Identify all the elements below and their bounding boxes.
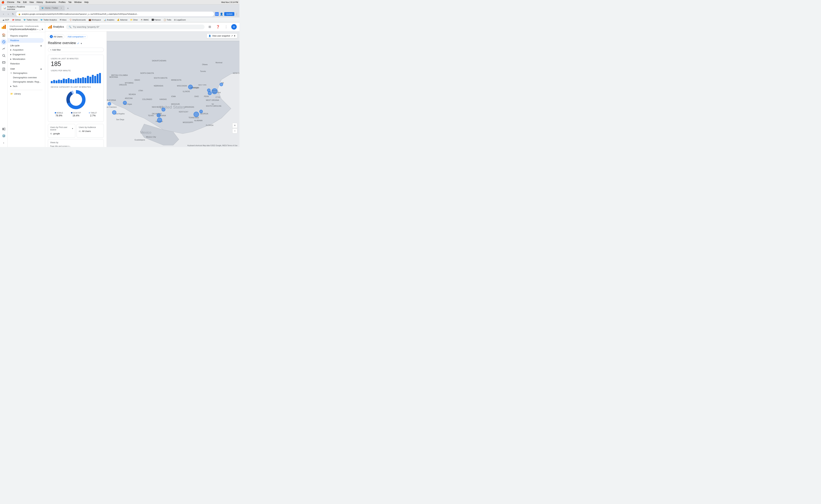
menu-chrome[interactable]: Chrome — [7, 1, 14, 3]
menu-history[interactable]: History — [37, 1, 43, 3]
rail-home-icon[interactable]: 🏠 — [1, 32, 7, 38]
bm-twitter-analytics[interactable]: 🐦Twitter Analytics — [39, 18, 58, 21]
rail-settings-icon[interactable]: ⚙️ — [1, 133, 7, 139]
analytics-logo — [1, 24, 7, 30]
svg-rect-0 — [2, 27, 3, 29]
rail-realtime-icon[interactable] — [1, 39, 7, 45]
demographic-details-label: Demographic details: Regi... — [13, 80, 41, 83]
menu-window[interactable]: Window — [74, 1, 82, 3]
map-zoom-out-button[interactable]: − — [232, 128, 238, 133]
title-dropdown-icon[interactable]: ▾ — [81, 42, 82, 45]
search-placeholder: Try searching "property ID" — [73, 26, 99, 28]
lifecycle-header[interactable]: Life cycle ▲ — [8, 43, 45, 48]
overview-panel: A All Users Add comparison + Realtime ov… — [45, 31, 107, 147]
rail-advertising-icon[interactable] — [1, 59, 7, 65]
mobile-dot-icon — [55, 112, 56, 113]
chrome-menu-icon[interactable]: ⋮ — [235, 12, 238, 16]
apps-icon-button[interactable]: ⊞ — [207, 24, 213, 30]
sidebar-item-realtime[interactable]: Realtime — [8, 38, 44, 43]
menu-bookmarks[interactable]: Bookmarks — [46, 1, 56, 3]
breadcrumb-part1: UmpScorecards — [10, 25, 23, 27]
property-selector[interactable]: UmpScorecardsAnalytics – ... ▾ — [10, 28, 43, 31]
bm-adsense[interactable]: 💰Adsense — [116, 18, 128, 21]
library-folder-icon: 📁 — [10, 92, 13, 95]
menu-view[interactable]: View — [29, 1, 34, 3]
svg-point-79 — [188, 85, 192, 89]
menu-profiles[interactable]: Profiles — [59, 1, 65, 3]
user-avatar[interactable]: M — [231, 24, 237, 30]
apple-logo-icon[interactable]: 🍎 — [1, 1, 4, 4]
menu-edit[interactable]: Edit — [23, 1, 27, 3]
all-users-chip[interactable]: A All Users — [48, 34, 64, 39]
tab-twitter[interactable]: 🐦 Home / Twitter × — [39, 5, 65, 11]
map-zoom-in-button[interactable]: + — [232, 123, 238, 128]
views-card-header[interactable]: Views by — [50, 141, 102, 144]
rail-collapse-icon[interactable]: ‹ — [1, 140, 7, 146]
svg-point-87 — [220, 83, 223, 86]
ga-logo: Analytics — [48, 25, 64, 29]
rail-lifecycle-icon[interactable] — [1, 46, 7, 52]
desktop-dot-icon — [71, 112, 72, 113]
bm-analytics[interactable]: 📊Analytics — [103, 18, 115, 21]
bm-twitter-home[interactable]: 🐦Twitter Home — [22, 18, 39, 21]
property-dropdown-icon: ▾ — [42, 28, 43, 31]
bm-bmac[interactable]: ☕BMAC — [139, 18, 150, 21]
back-button[interactable]: ‹ — [1, 12, 5, 16]
profile-icon[interactable]: 👤 — [220, 12, 223, 16]
user-collapse-icon[interactable]: ▲ — [40, 67, 42, 70]
sidebar-sub-demographics-overview[interactable]: Demographics overview — [8, 75, 45, 80]
sidebar-sub-demographic-details[interactable]: Demographic details: Regi... — [8, 80, 45, 84]
bar-chart-bar — [94, 76, 96, 83]
sidebar-item-reports-snapshot[interactable]: Reports snapshot — [8, 33, 44, 38]
bm-workspace[interactable]: 💼Workspace — [88, 18, 102, 21]
bm-trello[interactable]: 📋Trello — [162, 18, 172, 21]
sidebar-item-acquisition[interactable]: ▶ Acquisition — [8, 48, 44, 52]
audience-card-header[interactable]: Users by Audience — [79, 126, 102, 129]
rail-reports-icon[interactable] — [1, 66, 7, 72]
menu-tab[interactable]: Tab — [68, 1, 71, 3]
sidebar-item-library[interactable]: 📁 Library — [8, 91, 44, 96]
bm-legalzoom[interactable]: ⚖LegalZoom — [173, 18, 187, 21]
svg-text:WISCONSIN: WISCONSIN — [177, 85, 187, 87]
rail-library-icon[interactable] — [1, 126, 7, 132]
sidebar-item-retention[interactable]: Retention — [8, 61, 44, 66]
rail-explore-icon[interactable] — [1, 52, 7, 59]
lifecycle-collapse-icon[interactable]: ▲ — [40, 44, 42, 47]
bottom-cards: Users by First user source ▾ #1 google U… — [48, 124, 104, 138]
bm-drive[interactable]: 📁Drive — [129, 18, 139, 21]
bm-umpscorecards[interactable]: ⚾UmpScorecards — [68, 18, 87, 21]
sidebar-item-monetization[interactable]: ▶ Monetization — [8, 57, 44, 61]
svg-text:WEST VIRGINIA: WEST VIRGINIA — [206, 99, 219, 101]
bm-patreon[interactable]: 🅿Patreon — [151, 18, 162, 21]
add-comparison-button[interactable]: Add comparison + — [66, 35, 88, 39]
bm-github[interactable]: 🐙GitHub — [11, 18, 22, 21]
tab-twitter-close[interactable]: × — [60, 7, 63, 9]
menu-help[interactable]: Help — [84, 1, 89, 3]
mini-card-audience: Users by Audience #1 All Users — [77, 124, 104, 138]
tab-analytics[interactable]: 📊 Analytics | Realtime overview × — [1, 5, 39, 11]
source-label: Users by First user source — [50, 126, 71, 131]
map-area: BRITISH COLUMBIA SASKATCHEWAN Ottawa Mon… — [107, 31, 240, 147]
sidebar-item-engagement[interactable]: ▶ Engagement — [8, 52, 44, 57]
address-input[interactable]: 🔒 analytics.google.com/analytics/web/#/p… — [16, 12, 214, 16]
sidebar-item-tech[interactable]: ▶ Tech — [8, 84, 44, 89]
help-icon-button[interactable]: ❓ — [215, 24, 221, 30]
user-header[interactable]: User ▲ — [8, 66, 45, 71]
forward-button[interactable]: › — [6, 12, 10, 16]
sidebar-item-demographics[interactable]: ▼ Demographics — [8, 71, 44, 75]
more-icon-button[interactable]: ⋮ — [223, 24, 229, 30]
menu-file[interactable]: File — [17, 1, 20, 3]
tab-analytics-close[interactable]: × — [34, 7, 37, 9]
source-card-header[interactable]: Users by First user source ▾ — [50, 126, 73, 131]
svg-rect-6 — [2, 62, 5, 63]
reload-button[interactable]: ↻ — [11, 12, 15, 16]
extensions-icon[interactable]: Ext — [215, 12, 219, 16]
new-tab-button[interactable]: + — [66, 6, 70, 11]
bm-inbox[interactable]: ✉Inbox — [59, 18, 68, 21]
bm-gcp[interactable]: ☁GCP — [1, 18, 10, 21]
svg-rect-16 — [49, 26, 50, 29]
search-bar[interactable]: 🔍 Try searching "property ID" — [66, 25, 204, 29]
update-button[interactable]: Update — [224, 12, 234, 16]
view-snapshot-button[interactable]: 👤 View user snapshot ↗ ⬆ — [207, 33, 238, 38]
add-filter-button[interactable]: + Add filter — [48, 48, 104, 52]
